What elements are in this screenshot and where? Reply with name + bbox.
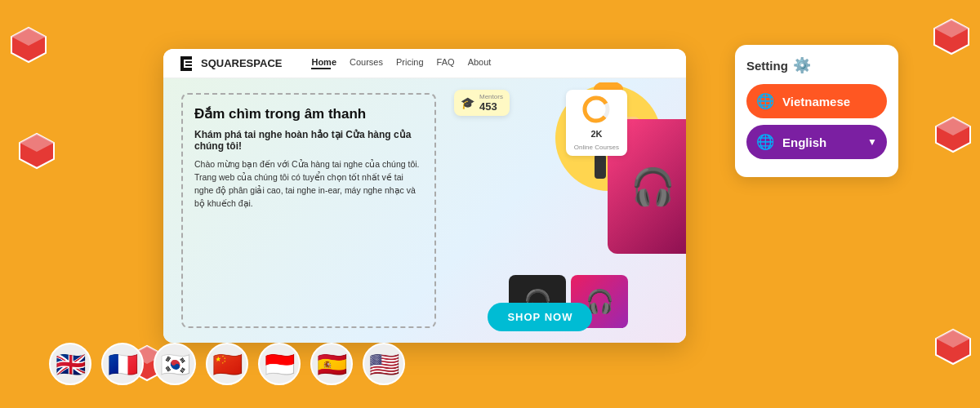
flag-indonesian[interactable]: 🇮🇩 — [258, 343, 301, 385]
nav-faq[interactable]: FAQ — [437, 57, 455, 69]
dashed-border-box: Đắm chìm trong âm thanh Khám phá tai ngh… — [181, 93, 436, 328]
courses-label: Online Courses — [574, 144, 619, 151]
english-label: English — [782, 135, 826, 149]
flag-chinese[interactable]: 🇨🇳 — [206, 343, 248, 385]
nav-links: Home Courses Pricing FAQ About — [311, 57, 491, 69]
courses-value: 2K — [590, 129, 602, 139]
globe-icon-en: 🌐 — [756, 133, 774, 151]
mentors-badge: 🎓 Mentors 453 — [454, 90, 510, 116]
flag-korean[interactable]: 🇰🇷 — [154, 343, 196, 385]
flag-english[interactable]: 🇬🇧 — [49, 343, 91, 385]
courses-donut — [581, 95, 611, 124]
squarespace-logo: SQUARESPACE — [176, 54, 282, 73]
language-vietnamese[interactable]: 🌐 Vietnamese — [746, 84, 887, 118]
gear-icon[interactable]: ⚙️ — [793, 56, 811, 74]
flags-row: 🇬🇧 🇫🇷 🇰🇷 🇨🇳 🇮🇩 🇪🇸 🇺🇸 — [49, 343, 405, 385]
subheadline: Khám phá tai nghe hoàn hảo tại Cửa hàng … — [194, 129, 423, 152]
body-text: Chào mừng bạn đến với Cửa hàng tai nghe … — [194, 158, 423, 210]
cube-decoration-ml — [16, 131, 57, 171]
nav-about[interactable]: About — [468, 57, 492, 69]
content-left: Đắm chìm trong âm thanh Khám phá tai ngh… — [163, 78, 451, 343]
browser-content: Đắm chìm trong âm thanh Khám phá tai ngh… — [163, 78, 686, 343]
headline-text: Đắm chìm trong âm thanh — [194, 106, 366, 122]
vietnamese-label: Vietnamese — [782, 95, 850, 109]
settings-title: Setting — [746, 59, 788, 73]
nav-pricing[interactable]: Pricing — [396, 57, 424, 69]
chevron-down-icon: ▼ — [867, 136, 877, 148]
settings-header: Setting ⚙️ — [746, 56, 887, 74]
cube-decoration-tl — [8, 24, 49, 65]
flag-spanish[interactable]: 🇪🇸 — [310, 343, 353, 385]
svg-rect-13 — [185, 64, 192, 66]
browser-topbar: SQUARESPACE Home Courses Pricing FAQ Abo… — [163, 49, 686, 78]
svg-rect-12 — [185, 61, 192, 63]
cube-decoration-br — [933, 326, 973, 367]
svg-rect-20 — [595, 154, 606, 179]
cube-decoration-tr — [931, 16, 972, 57]
settings-dropdown: Setting ⚙️ 🌐 Vietnamese 🌐 English ▼ — [735, 45, 898, 177]
content-right: 🎓 Mentors 453 2K Online Courses — [451, 78, 686, 343]
main-headline: Đắm chìm trong âm thanh — [194, 106, 423, 122]
mentors-value: 453 — [479, 100, 503, 113]
browser-window: SQUARESPACE Home Courses Pricing FAQ Abo… — [163, 49, 686, 343]
squarespace-text: SQUARESPACE — [201, 57, 282, 69]
cube-decoration-mr — [933, 114, 973, 155]
svg-point-23 — [585, 98, 608, 121]
language-english[interactable]: 🌐 English ▼ — [746, 125, 887, 159]
globe-icon-vn: 🌐 — [756, 92, 774, 110]
flag-us[interactable]: 🇺🇸 — [363, 343, 405, 385]
nav-home[interactable]: Home — [311, 57, 336, 69]
mentors-icon: 🎓 — [461, 96, 474, 109]
nav-courses[interactable]: Courses — [350, 57, 383, 69]
shop-now-button[interactable]: SHOP NOW — [488, 303, 592, 331]
squarespace-icon — [176, 54, 196, 73]
flag-french[interactable]: 🇫🇷 — [101, 343, 144, 385]
mentors-label: Mentors — [479, 93, 503, 100]
courses-badge: 2K Online Courses — [566, 90, 627, 156]
